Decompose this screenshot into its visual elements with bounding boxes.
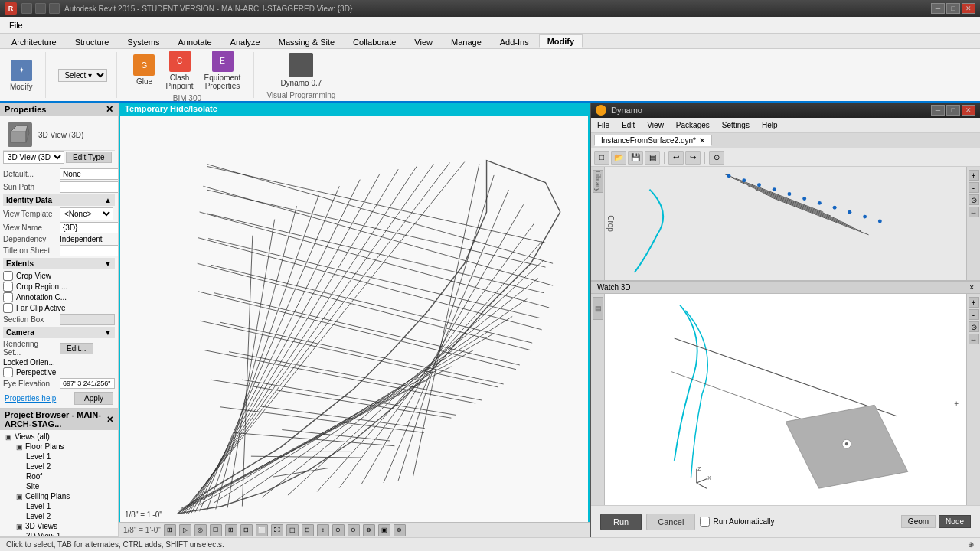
cropregion-checkbox[interactable] bbox=[3, 282, 13, 292]
dynamo-tb-zoomfit[interactable]: ⊙ bbox=[709, 151, 724, 165]
pb-item-3dview1[interactable]: 3D View 1 bbox=[23, 531, 116, 536]
viewport-btn-16[interactable]: ⊜ bbox=[394, 524, 406, 536]
pb-item-ceilingplans[interactable]: ▣ Ceiling Plans bbox=[12, 491, 116, 501]
dynamo-node-btn[interactable]: Node bbox=[939, 515, 971, 528]
dynamo-menu-help[interactable]: Help bbox=[759, 120, 781, 130]
quick-access-icon-2[interactable] bbox=[35, 3, 46, 14]
ribbon-tab-collaborate[interactable]: Collaborate bbox=[345, 35, 404, 48]
pb-item-roof[interactable]: Roof bbox=[23, 471, 116, 481]
pb-item-ceiling-level1[interactable]: Level 1 bbox=[23, 501, 116, 511]
zoom-in-btn[interactable]: + bbox=[969, 170, 979, 181]
viewport-btn-11[interactable]: ↕ bbox=[317, 524, 329, 536]
cropview-checkbox[interactable] bbox=[3, 271, 13, 281]
dynamo-menu-packages[interactable]: Packages bbox=[673, 120, 713, 130]
ribbon-tab-addins[interactable]: Add-Ins bbox=[492, 35, 537, 48]
annotationc-checkbox[interactable] bbox=[3, 292, 13, 302]
watch3d-area[interactable]: ▤ bbox=[591, 294, 980, 505]
dynamo-maximize-btn[interactable]: □ bbox=[946, 105, 960, 116]
zoom-reset-btn[interactable]: ↔ bbox=[969, 207, 979, 217]
watch3d-zoom-out[interactable]: - bbox=[969, 309, 979, 320]
viewport-btn-12[interactable]: ⊕ bbox=[332, 524, 345, 536]
dynamo-top-canvas[interactable]: Library bbox=[591, 167, 980, 282]
ribbon-btn-dynamo[interactable]: Dynamo 0.7 bbox=[276, 51, 325, 90]
viewport-area[interactable]: 1/8" = 1'-0" bbox=[119, 115, 590, 537]
pb-item-ceiling-level2[interactable]: Level 2 bbox=[23, 511, 116, 521]
select-dropdown[interactable]: Select ▾ bbox=[58, 69, 107, 82]
viewport-btn-1[interactable]: ⊞ bbox=[164, 524, 176, 536]
dynamo-tb-undo[interactable]: ↩ bbox=[668, 151, 684, 165]
pb-item-site[interactable]: Site bbox=[23, 481, 116, 491]
prop-sunpath-input[interactable] bbox=[60, 181, 119, 193]
close-btn[interactable]: ✕ bbox=[962, 3, 975, 14]
view-type-select[interactable]: 3D View (3D) bbox=[3, 151, 64, 164]
minimize-btn[interactable]: ─ bbox=[931, 3, 945, 14]
dynamo-tab-close-btn[interactable]: ✕ bbox=[699, 136, 705, 145]
viewport-btn-8[interactable]: ⛶ bbox=[271, 524, 283, 536]
pb-item-views-all[interactable]: ▣ Views (all) bbox=[2, 432, 116, 442]
sectionbox-input[interactable] bbox=[60, 314, 115, 325]
ribbon-tab-modify[interactable]: Modify bbox=[539, 34, 583, 48]
pb-item-floorplans[interactable]: ▣ Floor Plans bbox=[12, 442, 116, 452]
watch3d-zoom-fit[interactable]: ⊙ bbox=[969, 321, 979, 332]
ribbon-tab-structure[interactable]: Structure bbox=[67, 35, 118, 48]
dynamo-tb-redo[interactable]: ↪ bbox=[685, 151, 701, 165]
viewtemplate-select[interactable]: <None> bbox=[60, 207, 113, 220]
watch3d-zoom-in[interactable]: + bbox=[969, 297, 979, 308]
ribbon-btn-modify[interactable]: ✦ Modify bbox=[6, 57, 36, 93]
extents-section[interactable]: Extents ▼ bbox=[3, 258, 115, 269]
dynamo-menu-file[interactable]: File bbox=[594, 120, 612, 130]
watch3d-viewport[interactable]: Z X + bbox=[605, 294, 966, 505]
viewport-btn-13[interactable]: ⊙ bbox=[348, 524, 360, 536]
dynamo-tb-save[interactable]: 💾 bbox=[628, 151, 643, 165]
properties-close-btn[interactable]: ✕ bbox=[106, 104, 113, 115]
ribbon-btn-equipment[interactable]: E EquipmentProperties bbox=[201, 48, 245, 93]
properties-help-link[interactable]: Properties help bbox=[5, 394, 56, 403]
properties-panel-header[interactable]: Properties ✕ bbox=[0, 103, 118, 116]
dynamo-tb-saveas[interactable]: ▤ bbox=[645, 151, 660, 165]
maximize-btn[interactable]: □ bbox=[946, 3, 960, 14]
dynamo-run-btn[interactable]: Run bbox=[600, 514, 642, 530]
ribbon-tab-architecture[interactable]: Architecture bbox=[3, 35, 65, 48]
zoom-out-btn[interactable]: - bbox=[969, 182, 979, 193]
ribbon-tab-manage[interactable]: Manage bbox=[443, 35, 490, 48]
quick-access-icon-1[interactable] bbox=[21, 3, 32, 14]
viewport-btn-15[interactable]: ▣ bbox=[378, 524, 390, 536]
viewport-btn-6[interactable]: ⊡ bbox=[240, 524, 253, 536]
prop-default-input[interactable] bbox=[60, 168, 119, 180]
dynamo-menu-view[interactable]: View bbox=[644, 120, 667, 130]
pb-close-btn[interactable]: ✕ bbox=[106, 415, 113, 425]
viewport-btn-9[interactable]: ◫ bbox=[286, 524, 299, 536]
perspective-checkbox[interactable] bbox=[3, 367, 13, 377]
pb-item-level2[interactable]: Level 2 bbox=[23, 461, 116, 471]
viewport-btn-2[interactable]: ▷ bbox=[179, 524, 191, 536]
watch3d-zoom-reset[interactable]: ↔ bbox=[969, 334, 979, 344]
dynamo-canvas-top[interactable]: Crop bbox=[605, 167, 966, 280]
edit-type-btn[interactable]: Edit Type bbox=[66, 152, 112, 163]
dynamo-menu-edit[interactable]: Edit bbox=[619, 120, 638, 130]
ribbon-tab-analyze[interactable]: Analyze bbox=[222, 35, 269, 48]
ribbon-btn-clash[interactable]: C ClashPinpoint bbox=[162, 48, 197, 93]
ribbon-tab-systems[interactable]: Systems bbox=[119, 35, 168, 48]
rendering-edit-btn[interactable]: Edit... bbox=[60, 343, 93, 354]
ribbon-tab-view[interactable]: View bbox=[406, 35, 441, 48]
viewport-btn-4[interactable]: ☐ bbox=[210, 524, 222, 536]
dynamo-geom-btn[interactable]: Geom bbox=[901, 515, 936, 528]
quick-access-icon-3[interactable] bbox=[49, 3, 60, 14]
watch3d-close-btn[interactable]: × bbox=[969, 283, 974, 292]
dynamo-cancel-btn[interactable]: Cancel bbox=[646, 514, 695, 530]
viewname-input[interactable] bbox=[60, 222, 119, 233]
pb-item-3dviews[interactable]: ▣ 3D Views bbox=[12, 521, 116, 531]
eyeelevation-input[interactable] bbox=[60, 378, 115, 389]
ribbon-btn-glue[interactable]: G Glue bbox=[129, 52, 158, 88]
apply-btn[interactable]: Apply bbox=[74, 392, 113, 405]
camera-section[interactable]: Camera ▼ bbox=[3, 327, 115, 338]
auto-run-checkbox[interactable] bbox=[700, 517, 710, 527]
pb-item-level1[interactable]: Level 1 bbox=[23, 452, 116, 461]
dynamo-menu-settings[interactable]: Settings bbox=[719, 120, 753, 130]
farclip-checkbox[interactable] bbox=[3, 303, 13, 313]
viewport-btn-5[interactable]: ⊞ bbox=[225, 524, 237, 536]
ribbon-tab-massing[interactable]: Massing & Site bbox=[270, 35, 343, 48]
identity-data-section[interactable]: Identity Data ▲ bbox=[3, 194, 115, 206]
watch3d-sidebar-btn[interactable]: ▤ bbox=[593, 297, 603, 320]
viewport-btn-3[interactable]: ◎ bbox=[194, 524, 207, 536]
